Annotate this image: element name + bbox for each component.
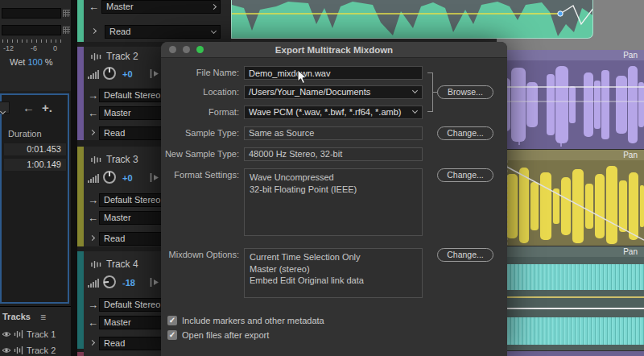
- expand-chevron-icon[interactable]: [91, 28, 97, 34]
- browse-button[interactable]: Browse...: [437, 85, 493, 99]
- gain-value[interactable]: +0: [122, 173, 133, 183]
- panel-dropdown[interactable]: [0, 101, 10, 114]
- field-group-bracket: [427, 72, 433, 112]
- track3-header[interactable]: Track 3: [90, 154, 138, 165]
- track1-controls: ← Master Read: [84, 0, 231, 42]
- input-arrow-icon: →: [88, 194, 98, 207]
- view-duration-value[interactable]: 1:00.149: [4, 159, 66, 171]
- eye-icon[interactable]: [2, 346, 11, 354]
- expand-chevron-icon[interactable]: [89, 340, 95, 346]
- track4-header[interactable]: Track 4: [90, 259, 138, 270]
- meter-icon[interactable]: [150, 278, 159, 287]
- fx-grid-icon[interactable]: [63, 10, 70, 17]
- minimize-window-button[interactable]: [183, 46, 190, 53]
- meter-tick: -6: [31, 44, 37, 52]
- zoom-window-button[interactable]: [196, 46, 204, 53]
- sample-type-value: Same as Source: [244, 126, 423, 140]
- dialog-titlebar[interactable]: Export Multitrack Mixdown: [161, 42, 507, 58]
- file-name-label: File Name:: [161, 66, 239, 80]
- volume-knob[interactable]: [103, 171, 116, 184]
- file-name-input[interactable]: [244, 66, 423, 80]
- gain-value[interactable]: -18: [122, 278, 135, 288]
- meter-tick: -12: [3, 44, 14, 52]
- track2-header[interactable]: Track 2: [90, 51, 138, 62]
- mixdown-options-box: Current Time Selection Only Master (ster…: [244, 248, 423, 298]
- output-value: Master: [106, 1, 134, 13]
- meter-icon[interactable]: [150, 173, 159, 182]
- include-markers-checkbox-row[interactable]: ✓ Include markers and other metadata: [167, 315, 324, 326]
- location-select[interactable]: /Users/Your_Name/Documents: [244, 85, 423, 99]
- wet-label: Wet: [10, 57, 25, 67]
- pan-label: Pan: [623, 247, 638, 256]
- audition-app: Pan Pan: [0, 0, 644, 356]
- window-controls: [169, 46, 204, 53]
- effects-rack-panel: -12 -6 0 Wet 100 %: [0, 0, 71, 91]
- volume-bars-icon: [88, 278, 99, 288]
- sample-type-label: Sample Type:: [161, 126, 239, 140]
- format-settings-line: Wave Uncompressed: [250, 172, 417, 184]
- chevron-right-icon: [211, 4, 217, 10]
- automation-value: Read: [104, 233, 125, 245]
- checkbox-checked-icon[interactable]: ✓: [167, 330, 177, 340]
- volume-bars-icon: [88, 69, 99, 79]
- input-arrow-icon: →: [88, 89, 98, 102]
- track2-color-strip: [77, 47, 84, 140]
- close-window-button[interactable]: [169, 46, 176, 53]
- track1-automation-select[interactable]: Read: [105, 25, 221, 39]
- output-arrow-icon: ←: [88, 317, 98, 329]
- volume-bars-icon: [88, 173, 99, 183]
- format-select[interactable]: Wave PCM (*.wav, *.bwf, *.rf64, *.amb): [244, 106, 423, 119]
- fx-slot-2[interactable]: [2, 25, 61, 35]
- expand-chevron-icon[interactable]: [89, 235, 95, 241]
- new-sample-type-label: New Sample Type:: [161, 147, 239, 161]
- gain-value[interactable]: +0: [122, 69, 133, 79]
- location-value: /Users/Your_Name/Documents: [249, 87, 370, 97]
- format-settings-box: Wave Uncompressed 32-bit Floating Point …: [244, 168, 423, 236]
- wet-value[interactable]: 100: [27, 57, 42, 67]
- tracks-list-item[interactable]: Track 2: [2, 344, 56, 356]
- open-files-checkbox-row[interactable]: ✓ Open files after export: [167, 329, 269, 341]
- waveform-icon: [90, 52, 101, 61]
- output-value: Master: [104, 212, 131, 224]
- add-icon[interactable]: +.: [42, 101, 52, 114]
- panel-menu-icon[interactable]: ≡: [40, 312, 46, 323]
- tracks-panel-title: Tracks: [2, 312, 31, 321]
- meter-ruler: [2, 39, 61, 43]
- envelope-keyframe[interactable]: [558, 11, 563, 16]
- dialog-title: Export Multitrack Mixdown: [275, 45, 393, 55]
- track-list-label: Track 2: [27, 346, 56, 355]
- checkbox-checked-icon[interactable]: ✓: [167, 316, 177, 325]
- input-value: Default Stereo: [104, 299, 160, 311]
- output-value: Master: [104, 317, 131, 329]
- chevron-down-icon: [412, 108, 418, 114]
- selection-duration-value[interactable]: 0:01.453: [4, 143, 66, 155]
- track5-color-strip: [77, 352, 84, 356]
- format-label: Format:: [161, 106, 239, 119]
- fx-slot-1[interactable]: [2, 8, 61, 19]
- selection-view-panel: ← +. Duration 0:01.453 1:00.149: [0, 93, 69, 304]
- mixdown-options-line: Current Time Selection Only: [250, 251, 417, 263]
- panel-divider[interactable]: [71, 0, 77, 356]
- mixdown-options-line: Embed Edit Original link data: [250, 275, 417, 287]
- expand-chevron-icon[interactable]: [89, 130, 95, 135]
- track4-color-strip: [77, 251, 84, 349]
- volume-knob[interactable]: [103, 67, 116, 80]
- wet-mix-row: Wet 100 %: [10, 57, 53, 67]
- meter-icon[interactable]: [150, 69, 159, 78]
- waveform-icon: [14, 346, 24, 354]
- fx-grid-icon[interactable]: [63, 27, 70, 34]
- chevron-down-icon: [412, 88, 418, 93]
- tracks-list-item[interactable]: Track 1: [2, 328, 56, 341]
- output-arrow-icon: ←: [88, 212, 98, 225]
- format-settings-change-button[interactable]: Change...: [437, 168, 493, 182]
- eye-icon[interactable]: [2, 330, 11, 338]
- track1-output-select[interactable]: Master: [101, 0, 221, 14]
- waveform-icon: [90, 260, 101, 269]
- volume-knob[interactable]: [102, 275, 116, 288]
- sample-type-change-button[interactable]: Change...: [437, 126, 493, 140]
- export-multitrack-mixdown-dialog: Export Multitrack Mixdown File Name: Loc…: [161, 42, 507, 356]
- back-arrow-icon[interactable]: ←: [23, 101, 35, 114]
- mixdown-options-change-button[interactable]: Change...: [437, 248, 493, 262]
- track-name: Track 2: [106, 51, 138, 62]
- clip-track1[interactable]: [231, 0, 593, 39]
